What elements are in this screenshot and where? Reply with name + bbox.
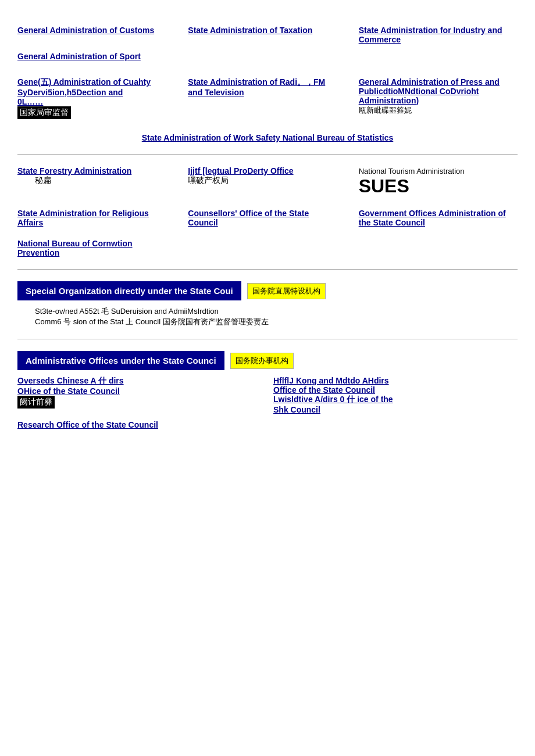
property-chinese: 嘿破产权局: [188, 175, 229, 185]
state-admin-industry[interactable]: State Administration for Industry and Co…: [359, 23, 518, 46]
national-tourism: National Tourism Administration SUES: [359, 166, 518, 197]
special-org-header: Special Organization directly under the …: [17, 281, 518, 300]
press-line3: Administration): [359, 96, 419, 105]
mid-grid-row2: State Administration for Religious Affai…: [17, 209, 518, 227]
work-safety-row: State Administration of Work Safety Nati…: [17, 133, 518, 142]
special-org-label: Special Organization directly under the …: [17, 281, 241, 300]
divider3: [17, 339, 518, 339]
cuahty-chinese: 国家局审监督: [17, 106, 71, 119]
overseds-chinese-office: Overseds Chinese A 什 dirs OHice of the S…: [17, 376, 262, 414]
special-org-sub2: Comm6 号 sion of the Stat 上 Council 国务院国有…: [35, 317, 518, 327]
govt-offices-line1: Government Offices Administration of: [359, 209, 506, 218]
overseds-line2: OHice of the State Council: [17, 386, 120, 396]
work-safety-link[interactable]: State Administration of Work Safety Nati…: [142, 133, 394, 142]
general-admin-sport[interactable]: General Administration of Sport: [17, 49, 176, 63]
hflflj-line2: Office of the State Council: [273, 385, 375, 395]
radio-line2: and Television: [188, 88, 244, 97]
special-org-sub-line1: St3te-ov/ned A552t 毛 SuDeruision and Adm…: [35, 307, 219, 316]
press-chinese: 瓯新毗碟噩箍妮: [359, 106, 412, 114]
cuahty-link[interactable]: Gene(五) Administration of Cuahty SyDervi…: [17, 77, 151, 106]
admin-offices-section: Administrative Offices under the State C…: [17, 351, 518, 429]
overseds-black-box: 阙计前彝: [17, 396, 55, 409]
top-grid-row1: General Administration of Customs State …: [17, 23, 518, 46]
forestry-chinese: 秘扁: [35, 175, 51, 185]
top-grid-row3: Gene(五) Administration of Cuahty SyDervi…: [17, 75, 518, 121]
top-grid-row2: General Administration of Sport: [17, 49, 518, 63]
counsellors-line2: Council: [188, 218, 217, 227]
state-admin-radio[interactable]: State Administration of Radi。，FM and Tel…: [188, 75, 347, 99]
overseds-link[interactable]: Overseds Chinese A 什 dirs OHice of the S…: [17, 376, 124, 396]
radio-line1: State Administration of Radi。，FM: [188, 77, 325, 87]
special-org-chinese: 国务院直属特设机构: [247, 283, 326, 299]
taxation-link[interactable]: State Administration of Taxation: [188, 26, 312, 35]
hflflj-kong-office: HflflJ Kong and Mdtdo AHdirs Office of t…: [273, 376, 518, 414]
counsellors-office[interactable]: Counsellors' Office of the State Council: [188, 209, 347, 227]
intellectual-property: Ijjtf [legtual ProDerty Office 嘿破产权局: [188, 166, 347, 186]
general-admin-customs[interactable]: General Administration of Customs: [17, 23, 176, 46]
govt-offices-line2: the State Council: [359, 218, 425, 227]
gene-admin-cuahty: Gene(五) Administration of Cuahty SyDervi…: [17, 75, 176, 121]
counsellors-line1: Counsellors' Office of the State: [188, 209, 309, 218]
national-bureau-line1: National Bureau of Cornwtion: [17, 239, 133, 248]
tourism-label: National Tourism Administration: [359, 167, 465, 175]
radio-link[interactable]: State Administration of Radi。，FM and Tel…: [188, 77, 325, 97]
forestry-link[interactable]: State Forestry Administration: [17, 166, 131, 175]
divider1: [17, 154, 518, 155]
state-admin-religious[interactable]: State Administration for Religious Affai…: [17, 209, 176, 227]
admin-offices-label-text: Administrative Offices under the State C…: [26, 356, 216, 366]
mid-grid-row1: State Forestry Administration 秘扁 Ijjtf […: [17, 166, 518, 197]
property-link[interactable]: Ijjtf [legtual ProDerty Office: [188, 166, 293, 175]
lwisldtive-link[interactable]: LwisIdtive A/dirs 0 什 ice of the Shk Cou…: [273, 395, 393, 414]
divider2: [17, 269, 518, 270]
cuahty-line2: SyDervi5ion,h5Dection and: [17, 88, 123, 97]
sues-text: SUES: [359, 175, 409, 196]
press-link[interactable]: General Administration of Press and Publ…: [359, 77, 500, 105]
general-admin-press[interactable]: General Administration of Press and Publ…: [359, 75, 518, 118]
govt-offices-admin[interactable]: Government Offices Administration of the…: [359, 209, 518, 227]
bottom-grid: Overseds Chinese A 什 dirs OHice of the S…: [17, 376, 518, 414]
national-bureau-line2: Prevention: [17, 248, 59, 257]
research-office[interactable]: Research Office of the State Council: [17, 420, 518, 429]
religious-line2: Affairs: [17, 218, 43, 227]
national-bureau-link[interactable]: National Bureau of Cornwtion Prevention: [17, 239, 133, 257]
lwisldtive-line3: LwisIdtive A/dirs 0 什 ice of the: [273, 395, 393, 404]
press-line1: General Administration of Press and: [359, 77, 500, 87]
counsellors-link[interactable]: Counsellors' Office of the State Council: [188, 209, 309, 227]
press-line2: PublicdtioMNdtional CoDvrioht: [359, 87, 479, 96]
cuahty-line1: Gene(五) Administration of Cuahty: [17, 77, 151, 87]
state-forestry: State Forestry Administration 秘扁: [17, 166, 176, 186]
special-org-sub1: St3te-ov/ned A552t 毛 SuDeruision and Adm…: [35, 306, 518, 317]
national-bureau-row: National Bureau of Cornwtion Prevention: [17, 239, 518, 257]
special-org-sub-line2: Comm6 号 sion of the Stat 上 Council 国务院国有…: [35, 317, 269, 326]
admin-offices-chinese: 国务院办事机构: [230, 353, 294, 369]
lwisldtive-line4: Shk Council: [273, 405, 320, 414]
special-org-section: Special Organization directly under the …: [17, 281, 518, 327]
admin-offices-label: Administrative Offices under the State C…: [17, 351, 224, 370]
overseds-line1: Overseds Chinese A 什 dirs: [17, 376, 124, 385]
hflflj-line1: HflflJ Kong and Mdtdo AHdirs: [273, 376, 389, 385]
govt-offices-link[interactable]: Government Offices Administration of the…: [359, 209, 506, 227]
religious-line1: State Administration for Religious: [17, 209, 149, 218]
state-admin-taxation[interactable]: State Administration of Taxation: [188, 23, 347, 46]
cuahty-line3: 0L……: [17, 97, 43, 106]
religious-link[interactable]: State Administration for Religious Affai…: [17, 209, 149, 227]
industry-link[interactable]: State Administration for Industry and Co…: [359, 26, 502, 44]
admin-offices-header: Administrative Offices under the State C…: [17, 351, 518, 370]
customs-link[interactable]: General Administration of Customs: [17, 26, 154, 35]
research-office-link[interactable]: Research Office of the State Council: [17, 420, 158, 429]
hflflj-link[interactable]: HflflJ Kong and Mdtdo AHdirs Office of t…: [273, 376, 389, 395]
sport-link[interactable]: General Administration of Sport: [17, 52, 141, 61]
